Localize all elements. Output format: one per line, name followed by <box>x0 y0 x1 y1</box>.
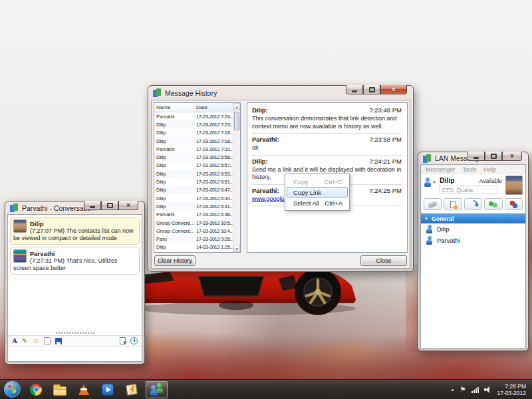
conversation-window: Parvathi - Conversation × Dilip (7:27:07… <box>5 201 145 364</box>
history-row[interactable]: Dilip 17-03-2012 7:18... <box>154 137 233 145</box>
network-icon[interactable] <box>471 386 479 393</box>
font-icon[interactable]: A <box>12 337 17 344</box>
tray-clock[interactable]: 7:28 PM 17-03-2012 <box>497 383 526 396</box>
context-menu-item[interactable]: Copy Ctrl+C <box>287 176 348 187</box>
history-row[interactable]: Dilip 17-03-2012 6:47... <box>154 186 233 194</box>
history-row[interactable]: Dilip 17-03-2012 6:41... <box>154 202 233 210</box>
maximize-icon <box>107 203 113 208</box>
row-date: 17-03-2012 6:41... <box>194 203 233 209</box>
taskbar-explorer[interactable] <box>48 380 72 399</box>
font-color-icon[interactable]: ✎ <box>22 338 27 344</box>
menu-item[interactable]: Help <box>484 166 497 173</box>
maximize-button[interactable] <box>101 201 118 210</box>
row-name: Parvathi <box>154 211 194 217</box>
toolbar-button[interactable] <box>505 198 523 210</box>
message-text: That's nice. Utilizes screen space bette… <box>13 257 118 271</box>
status-person-icon[interactable] <box>424 178 431 187</box>
status-dropdown-icon[interactable]: ▼ <box>432 180 436 184</box>
message-time: (7:27:31 PM) <box>30 257 65 264</box>
close-dialog-button[interactable]: Close <box>360 255 407 266</box>
winamp-icon <box>126 383 138 395</box>
history-row[interactable]: Group Convers... 17-03-2012 10:5... <box>154 219 233 227</box>
toolbar-button[interactable] <box>424 198 442 210</box>
row-date: 17-03-2012 9:25... <box>194 236 233 242</box>
group-header-general[interactable]: ▼ General <box>421 213 525 223</box>
taskbar-winamp[interactable] <box>120 380 144 399</box>
save-icon[interactable] <box>55 338 62 344</box>
messenger-icon <box>10 203 19 212</box>
row-date: 17-03-2012 10:5... <box>194 220 233 226</box>
toolbar-button[interactable] <box>444 198 462 210</box>
scroll-up-icon[interactable]: ▲ <box>233 103 240 110</box>
start-button[interactable] <box>0 380 24 399</box>
maximize-button[interactable] <box>485 152 502 161</box>
history-row[interactable]: Dilip 17-03-2012 6:51... <box>154 178 233 186</box>
menu-item-label: Copy Link <box>293 189 321 196</box>
send-file-icon[interactable] <box>120 337 126 344</box>
history-row[interactable]: Dilip 17-03-2012 6:44... <box>154 194 233 202</box>
emoticon-icon[interactable]: ☺ <box>32 337 39 344</box>
message-text: This conversation demonstrates that link… <box>252 115 402 130</box>
context-menu-item[interactable]: Copy Link <box>287 187 348 198</box>
history-row[interactable]: Parvathi 17-03-2012 7:10... <box>154 145 233 153</box>
scroll-down-icon[interactable]: ▼ <box>233 245 240 252</box>
history-row[interactable]: Dilip 17-03-2012 6:57... <box>154 162 233 170</box>
message-history-window: Message History × Name Date Parvathi 17-… <box>148 85 414 272</box>
history-row[interactable]: Parvathi 17-03-2012 6:38... <box>154 211 233 219</box>
column-header-name[interactable]: Name <box>154 103 194 112</box>
hidden-icons-icon[interactable]: ▲ <box>451 388 455 392</box>
message-input[interactable] <box>8 346 142 361</box>
volume-icon[interactable] <box>484 386 492 393</box>
row-date: 17-03-2012 7:10... <box>194 146 233 152</box>
messenger-icon <box>153 88 162 97</box>
history-row[interactable]: Paru 17-03-2012 9:25... <box>154 235 233 243</box>
insert-file-icon[interactable] <box>45 337 51 344</box>
user-avatar[interactable] <box>505 176 523 195</box>
media-player-icon <box>102 384 114 396</box>
toolbar-button[interactable] <box>464 198 482 210</box>
close-button[interactable]: × <box>380 85 407 94</box>
history-row[interactable]: Dilip 17-03-2012 6:53... <box>154 170 233 178</box>
history-row[interactable]: roshin 13-03-2012 1:51... <box>154 251 233 252</box>
row-name: Dilip <box>154 171 194 177</box>
history-row[interactable]: Parvathi 17-03-2012 7:24... <box>154 112 233 120</box>
maximize-button[interactable] <box>363 85 380 94</box>
row-date: 17-03-2012 6:51... <box>194 179 233 185</box>
contact-name: Dilip <box>437 225 449 233</box>
history-row[interactable]: Dilip 17-03-2012 7:18... <box>154 129 233 137</box>
menu-item[interactable]: Messenger <box>426 166 456 173</box>
row-date: 17-03-2012 6:57... <box>194 162 233 168</box>
history-row[interactable]: Group Convers... 17-03-2012 10:4... <box>154 227 233 235</box>
conversation-list: Name Date Parvathi 17-03-2012 7:24... Di… <box>154 102 241 253</box>
taskbar-media-player[interactable] <box>96 380 120 399</box>
clear-history-button[interactable]: Clear History <box>154 255 196 266</box>
close-button[interactable]: × <box>118 201 138 210</box>
taskbar-chrome[interactable] <box>24 380 48 399</box>
close-button[interactable]: × <box>502 152 522 161</box>
status-message-field[interactable]: CTO, Qualia <box>439 186 497 194</box>
toolbar-button[interactable] <box>484 198 502 210</box>
row-name: Parvathi <box>154 146 194 152</box>
chrome-icon <box>30 384 42 396</box>
history-row[interactable]: Dilip 17-03-2012 6:58... <box>154 153 233 161</box>
action-center-icon[interactable]: ⚑ <box>460 386 466 393</box>
splitter-handle[interactable] <box>56 332 94 334</box>
row-name: Dilip <box>154 122 194 128</box>
minimize-button[interactable] <box>84 201 101 210</box>
history-row[interactable]: Dilip 14-03-2012 1:25... <box>154 243 233 251</box>
contact-row[interactable]: Parvathi <box>421 235 525 246</box>
messenger-icon <box>423 154 432 163</box>
menu-item[interactable]: Tools <box>463 166 477 173</box>
taskbar-vlc[interactable] <box>72 380 96 399</box>
minimize-button[interactable] <box>467 152 485 161</box>
taskbar-lan-messenger[interactable] <box>146 381 168 398</box>
maximize-icon <box>369 87 375 92</box>
history-row[interactable]: Dilip 17-03-2012 7:23... <box>154 120 233 128</box>
collapse-icon: ▼ <box>424 217 428 221</box>
minimize-button[interactable] <box>346 85 363 94</box>
scrollbar-thumb[interactable] <box>234 112 239 130</box>
context-menu-item[interactable]: Select All Ctrl+A <box>287 198 348 208</box>
contact-row[interactable]: Dilip <box>421 223 525 235</box>
list-scrollbar[interactable]: ▲ ▼ <box>233 103 240 252</box>
history-icon[interactable] <box>130 337 138 344</box>
